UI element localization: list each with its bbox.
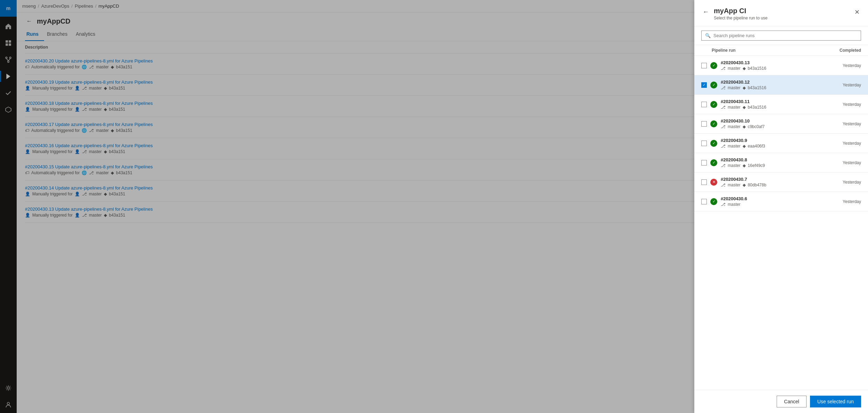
commit-hash: b43a1516 [748,85,766,90]
branch-name: master [728,163,741,168]
run-number: #20200430.12 [721,79,823,85]
panel-subtitle: Select the pipeline run to use [714,16,853,20]
run-info: #20200430.13 ⎇ master ◆ b43a1516 [721,60,823,71]
cancel-button[interactable]: Cancel [777,396,807,407]
run-checkbox[interactable] [701,121,707,127]
runs-list: ✓ #20200430.13 ⎇ master ◆ b43a1516 Yeste… [694,56,868,390]
run-status-success-icon: ✓ [710,140,717,147]
commit-icon: ◆ [743,124,746,129]
run-branch: ⎇ master ◆ b43a1516 [721,66,823,71]
run-completed: Yesterday [826,141,861,146]
run-number: #20200430.6 [721,196,823,201]
run-completed: Yesterday [826,160,861,165]
run-number: #20200430.8 [721,157,823,162]
run-branch: ⎇ master ◆ eaa406f3 [721,144,823,149]
run-number: #20200430.7 [721,177,823,182]
panel-title: myApp CI [714,7,853,15]
run-branch: ⎇ master ◆ c9bc0af7 [721,124,823,129]
run-checkbox[interactable] [701,82,707,88]
list-item[interactable]: ✓ #20200430.11 ⎇ master ◆ b43a1516 Yeste… [694,95,868,114]
branch-name: master [728,124,741,129]
run-number: #20200430.10 [721,118,823,124]
panel-close-button[interactable]: ✕ [853,7,861,17]
run-info: #20200430.6 ⎇ master [721,196,823,207]
commit-hash: b43a1516 [748,66,766,71]
branch-name: master [728,202,741,207]
run-number: #20200430.11 [721,99,823,104]
commit-icon: ◆ [743,144,746,149]
run-completed: Yesterday [826,63,861,68]
run-status-failed-icon: ✕ [710,179,717,186]
branch-name: master [728,66,741,71]
run-info: #20200430.8 ⎇ master ◆ 16ef49c9 [721,157,823,168]
run-number: #20200430.9 [721,138,823,143]
panel-header: ← myApp CI Select the pipeline run to us… [694,0,868,26]
branch-name: master [728,85,741,90]
search-input[interactable] [713,33,857,38]
commit-hash: c9bc0af7 [748,124,765,129]
search-icon: 🔍 [705,33,711,38]
search-box[interactable]: 🔍 [701,31,861,41]
run-status-success-icon: ✓ [710,62,717,69]
run-completed: Yesterday [826,83,861,87]
run-status-success-icon: ✓ [710,198,717,205]
branch-icon: ⎇ [721,105,726,110]
branch-name: master [728,144,741,149]
list-item[interactable]: ✓ #20200430.12 ⎇ master ◆ b43a1516 Yeste… [694,75,868,95]
run-status-success-icon: ✓ [710,120,717,127]
list-item[interactable]: ✓ #20200430.13 ⎇ master ◆ b43a1516 Yeste… [694,56,868,75]
commit-hash: eaa406f3 [748,144,765,149]
run-number: #20200430.13 [721,60,823,65]
run-info: #20200430.12 ⎇ master ◆ b43a1516 [721,79,823,90]
runs-list-header: Pipeline run Completed [694,45,868,56]
panel-footer: Cancel Use selected run [694,390,868,413]
run-checkbox[interactable] [701,160,707,166]
run-checkbox[interactable] [701,199,707,204]
run-info: #20200430.10 ⎇ master ◆ c9bc0af7 [721,118,823,129]
branch-icon: ⎇ [721,202,726,207]
run-checkbox[interactable] [701,102,707,107]
run-checkbox[interactable] [701,63,707,68]
commit-icon: ◆ [743,66,746,71]
run-branch: ⎇ master ◆ b43a1516 [721,85,823,90]
pipeline-run-selector-panel: ← myApp CI Select the pipeline run to us… [694,0,868,413]
use-selected-run-button[interactable]: Use selected run [810,396,861,407]
list-item[interactable]: ✓ #20200430.9 ⎇ master ◆ eaa406f3 Yester… [694,134,868,153]
panel-back-button[interactable]: ← [701,8,710,16]
commit-icon: ◆ [743,163,746,168]
commit-icon: ◆ [743,183,746,187]
run-checkbox[interactable] [701,179,707,185]
commit-hash: b43a1516 [748,105,766,110]
branch-icon: ⎇ [721,124,726,129]
branch-name: master [728,105,741,110]
list-item[interactable]: ✓ #20200430.8 ⎇ master ◆ 16ef49c9 Yester… [694,153,868,172]
branch-name: master [728,183,741,187]
run-branch: ⎇ master ◆ 80db478b [721,183,823,187]
run-checkbox[interactable] [701,141,707,146]
run-completed: Yesterday [826,180,861,185]
branch-icon: ⎇ [721,85,726,90]
list-item[interactable]: ✕ #20200430.7 ⎇ master ◆ 80db478b Yester… [694,172,868,192]
branch-icon: ⎇ [721,144,726,149]
run-status-success-icon: ✓ [710,101,717,108]
branch-icon: ⎇ [721,163,726,168]
run-status-success-icon: ✓ [710,82,717,88]
run-info: #20200430.11 ⎇ master ◆ b43a1516 [721,99,823,110]
panel-search: 🔍 [694,26,868,45]
commit-hash: 16ef49c9 [748,163,765,168]
run-status-success-icon: ✓ [710,159,717,166]
col-header-pipeline-run: Pipeline run [701,48,826,53]
commit-icon: ◆ [743,105,746,110]
commit-icon: ◆ [743,85,746,90]
commit-hash: 80db478b [748,183,766,187]
run-info: #20200430.7 ⎇ master ◆ 80db478b [721,177,823,187]
run-branch: ⎇ master [721,202,823,207]
list-item[interactable]: ✓ #20200430.6 ⎇ master Yesterday [694,192,868,211]
list-item[interactable]: ✓ #20200430.10 ⎇ master ◆ c9bc0af7 Yeste… [694,114,868,134]
run-completed: Yesterday [826,199,861,204]
run-branch: ⎇ master ◆ 16ef49c9 [721,163,823,168]
branch-icon: ⎇ [721,66,726,71]
run-completed: Yesterday [826,121,861,126]
run-branch: ⎇ master ◆ b43a1516 [721,105,823,110]
run-completed: Yesterday [826,102,861,107]
